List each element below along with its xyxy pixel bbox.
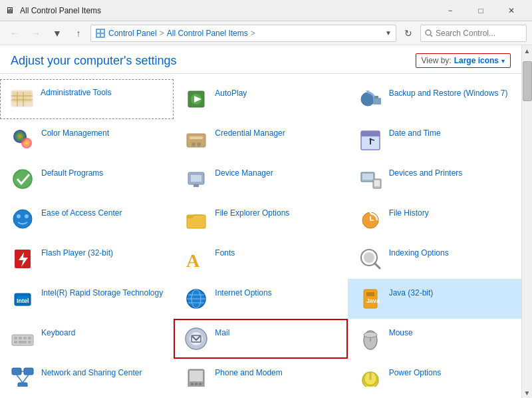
svg-rect-87: [199, 383, 201, 385]
svg-rect-65: [19, 337, 22, 339]
control-item-ease-access[interactable]: Ease of Access Center: [0, 199, 174, 239]
window-title: All Control Panel Items: [20, 6, 101, 15]
svg-rect-8: [13, 92, 31, 102]
title-bar-left: 🖥 All Control Panel Items: [5, 5, 101, 16]
svg-point-76: [364, 332, 377, 337]
flash-icon: [9, 246, 36, 272]
control-item-mail[interactable]: Mail: [174, 319, 347, 359]
control-item-mouse[interactable]: Mouse: [348, 319, 521, 359]
control-item-device-manager[interactable]: Device Manager: [174, 159, 347, 199]
dropdown-button[interactable]: ▼: [48, 24, 66, 43]
content-area: Adjust your computer's settings View by:…: [0, 45, 521, 398]
svg-rect-61: [366, 292, 374, 296]
indexing-icon: [357, 246, 384, 272]
phone-icon: [183, 365, 209, 387]
svg-text:Java: Java: [366, 298, 380, 304]
svg-line-80: [17, 375, 23, 383]
svg-rect-70: [28, 341, 31, 343]
control-item-intel-rapid[interactable]: Intel Intel(R) Rapid Storage Technology: [0, 279, 174, 319]
control-item-fonts[interactable]: A Fonts: [174, 239, 347, 279]
intel-icon: Intel: [9, 286, 36, 312]
scrollbar-thumb[interactable]: [523, 61, 532, 101]
backup-icon: [357, 86, 384, 112]
item-label-file-history: File History: [389, 206, 429, 219]
address-bar[interactable]: Control Panel > All Control Panel Items …: [90, 25, 396, 42]
svg-rect-86: [195, 383, 198, 385]
control-item-devices-printers[interactable]: Devices and Printers: [348, 159, 521, 199]
svg-line-81: [23, 375, 29, 383]
maximize-button[interactable]: □: [466, 0, 496, 21]
app-icon: 🖥: [5, 5, 16, 16]
control-item-color-mgmt[interactable]: Color Management: [0, 119, 174, 159]
svg-rect-64: [14, 337, 17, 339]
item-label-admin-tools: Administrative Tools: [41, 85, 112, 99]
control-item-internet-options[interactable]: Internet Options: [174, 279, 347, 319]
title-bar: 🖥 All Control Panel Items − □ ✕: [0, 0, 532, 21]
svg-rect-18: [374, 96, 378, 99]
item-label-keyboard: Keyboard: [41, 325, 75, 339]
svg-rect-35: [362, 174, 373, 180]
view-by-value: Large icons: [454, 56, 499, 65]
close-button[interactable]: ✕: [496, 0, 527, 21]
mouse-icon: [357, 325, 384, 352]
svg-rect-32: [191, 175, 201, 182]
internet-icon: [183, 286, 209, 312]
svg-point-24: [197, 142, 201, 146]
datetime-icon: [357, 126, 384, 152]
control-item-autoplay[interactable]: AutoPlay: [174, 79, 347, 119]
minimize-button[interactable]: −: [435, 0, 466, 21]
scroll-down-arrow[interactable]: ▼: [522, 387, 533, 398]
scroll-up-arrow[interactable]: ▲: [522, 45, 533, 56]
scrollbar-track[interactable]: [522, 56, 532, 387]
item-label-file-explorer: File Explorer Options: [215, 206, 289, 219]
control-item-power-options[interactable]: Power Options: [348, 359, 521, 387]
item-label-device-manager: Device Manager: [215, 166, 273, 179]
control-item-file-history[interactable]: File History: [348, 199, 521, 239]
control-item-keyboard[interactable]: Keyboard: [0, 319, 174, 359]
toolbar: ← → ▼ ↑ Control Panel > All Control Pane…: [0, 21, 532, 45]
address-segment-cp[interactable]: Control Panel: [108, 29, 157, 38]
svg-rect-66: [23, 337, 27, 339]
control-item-credential-mgr[interactable]: Credential Manager: [174, 119, 347, 159]
address-dropdown-arrow[interactable]: ▼: [385, 29, 392, 37]
svg-line-6: [430, 35, 432, 37]
svg-line-51: [375, 264, 380, 268]
svg-text:A: A: [186, 250, 200, 271]
svg-rect-69: [19, 341, 27, 343]
search-input[interactable]: [436, 29, 522, 38]
java-icon: Java: [357, 286, 384, 312]
control-item-backup-restore[interactable]: Backup and Restore (Windows 7): [348, 79, 521, 119]
power-icon: [357, 365, 384, 387]
back-button[interactable]: ←: [5, 24, 24, 43]
svg-rect-67: [28, 337, 31, 339]
page-title: Adjust your computer's settings: [11, 54, 177, 68]
item-label-mouse: Mouse: [389, 325, 413, 339]
control-item-phone-modem[interactable]: Phone and Modem: [174, 359, 347, 387]
up-button[interactable]: ↑: [69, 24, 88, 43]
control-item-admin-tools[interactable]: Administrative Tools: [0, 79, 174, 119]
control-item-date-time[interactable]: Date and Time: [348, 119, 521, 159]
view-by-control[interactable]: View by: Large icons ▾: [416, 53, 511, 68]
svg-rect-78: [24, 368, 33, 375]
scrollbar[interactable]: ▲ ▼: [521, 45, 532, 398]
item-label-phone-modem: Phone and Modem: [215, 365, 282, 379]
item-label-java: Java (32-bit): [389, 286, 434, 299]
svg-point-23: [192, 142, 196, 146]
control-item-flash-player[interactable]: Flash Player (32-bit): [0, 239, 174, 279]
item-label-default-programs: Default Programs: [41, 166, 103, 179]
control-item-indexing[interactable]: Indexing Options: [348, 239, 521, 279]
control-item-java[interactable]: Java Java (32-bit): [348, 279, 521, 319]
forward-button[interactable]: →: [27, 24, 45, 43]
control-item-default-programs[interactable]: Default Programs: [0, 159, 174, 199]
search-bar[interactable]: [420, 25, 527, 42]
control-item-network-sharing[interactable]: Network and Sharing Center: [0, 359, 174, 387]
address-segment-all[interactable]: All Control Panel Items: [167, 29, 248, 38]
svg-rect-2: [101, 30, 104, 33]
svg-rect-37: [374, 180, 380, 186]
svg-rect-84: [190, 371, 203, 381]
svg-rect-77: [12, 368, 21, 375]
control-item-file-explorer[interactable]: File Explorer Options: [174, 199, 347, 239]
item-label-ease-access: Ease of Access Center: [41, 206, 122, 219]
refresh-button[interactable]: ↻: [399, 24, 418, 43]
item-label-power-options: Power Options: [389, 365, 442, 379]
